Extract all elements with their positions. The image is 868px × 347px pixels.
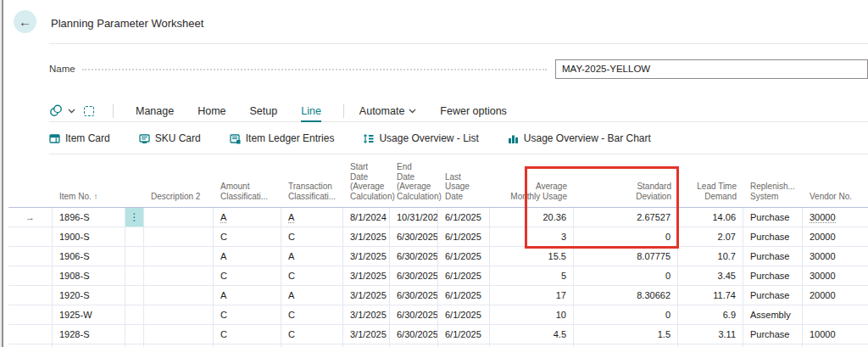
cell-last-usage-date[interactable]: 6/1/2025 xyxy=(438,325,490,344)
cell-last-usage-date[interactable]: 6/1/2025 xyxy=(438,286,490,305)
cell-average-monthly-usage[interactable]: 17 xyxy=(490,286,574,305)
cell-amount-classification[interactable]: C xyxy=(214,266,281,285)
cell-end-date[interactable]: 10/31/2025 xyxy=(390,208,438,227)
cell-start-date[interactable]: 3/1/2025 xyxy=(343,325,390,344)
cell-amount-classification[interactable]: A xyxy=(214,286,281,305)
action-usage-overview-list[interactable]: Usage Overview - List xyxy=(363,132,478,144)
cell-transaction-classification[interactable]: A xyxy=(281,286,343,305)
cell-amount-classification[interactable]: C xyxy=(214,227,281,246)
cell-average-monthly-usage[interactable]: 15.5 xyxy=(490,247,574,266)
cell-amount-classification[interactable]: C xyxy=(214,305,281,324)
cell-last-usage-date[interactable]: 6/1/2025 xyxy=(438,227,490,246)
header-vendor-no[interactable]: Vendor No. xyxy=(803,192,868,207)
cell-description-2[interactable] xyxy=(144,305,214,324)
cell-start-date[interactable]: 8/1/2024 xyxy=(343,208,390,227)
cell-start-date[interactable]: 3/1/2025 xyxy=(343,227,390,246)
header-last-usage-date[interactable]: Last Usage Date xyxy=(438,172,490,207)
cell-lead-time-demand[interactable]: 6.9 xyxy=(678,305,743,324)
row-menu-cell[interactable] xyxy=(125,247,144,266)
cell-last-usage-date[interactable]: 6/1/2025 xyxy=(438,247,490,266)
cell-average-monthly-usage[interactable]: 20.36 xyxy=(490,208,574,227)
cell-transaction-classification[interactable]: C xyxy=(281,325,343,344)
cell-transaction-classification[interactable]: A xyxy=(281,208,343,227)
fewer-options-button[interactable]: Fewer options xyxy=(440,105,507,117)
menu-home[interactable]: Home xyxy=(198,105,225,117)
cell-item-no[interactable]: 1920-S xyxy=(53,286,125,305)
cell-transaction-classification[interactable]: A xyxy=(281,247,343,266)
menu-manage[interactable]: Manage xyxy=(136,105,174,117)
cell-replenishment-system[interactable]: Purchase xyxy=(743,227,803,246)
header-item-no[interactable]: Item No. ↑ xyxy=(53,192,125,207)
cell-last-usage-date[interactable]: 6/1/2025 xyxy=(438,266,490,285)
header-replenishment-system[interactable]: Replenish... System xyxy=(743,182,803,207)
cell-end-date[interactable]: 6/30/2025 xyxy=(390,227,438,246)
cell-standard-deviation[interactable]: 0 xyxy=(574,266,678,285)
cell-replenishment-system[interactable]: Purchase xyxy=(743,325,803,344)
cell-lead-time-demand[interactable]: 14.06 xyxy=(678,208,743,227)
cell-vendor-no[interactable]: 30000 xyxy=(803,208,868,227)
cell-lead-time-demand[interactable]: 11.74 xyxy=(678,286,743,305)
cell-average-monthly-usage[interactable]: 4.5 xyxy=(490,325,574,344)
menu-automate[interactable]: Automate xyxy=(359,105,417,117)
table-row[interactable]: 1925-WCC3/1/20256/30/20256/1/20251006.9A… xyxy=(8,305,868,325)
cell-average-monthly-usage[interactable]: 10 xyxy=(490,305,574,324)
cell-amount-classification[interactable]: C xyxy=(214,325,281,344)
header-description-2[interactable]: Description 2 xyxy=(144,192,214,207)
table-row[interactable]: 1920-SAA3/1/20256/30/20256/1/2025178.306… xyxy=(8,286,868,305)
cell-standard-deviation[interactable]: 0 xyxy=(574,305,678,324)
row-menu-cell[interactable] xyxy=(125,227,144,246)
cell-item-no[interactable]: 1900-S xyxy=(53,227,125,246)
row-selector-cell[interactable]: → xyxy=(8,208,53,227)
cell-end-date[interactable]: 6/30/2025 xyxy=(390,266,438,285)
cell-transaction-classification[interactable]: C xyxy=(281,227,343,246)
menu-line[interactable]: Line xyxy=(301,105,321,117)
cell-average-monthly-usage[interactable]: 5 xyxy=(490,266,574,285)
cell-standard-deviation[interactable]: 0 xyxy=(574,227,678,246)
header-start-date[interactable]: Start Date (Average Calculation) xyxy=(343,162,390,207)
table-row[interactable]: →1896-S⋮AA8/1/202410/31/20256/1/202520.3… xyxy=(8,208,868,227)
header-lead-time-demand[interactable]: Lead Time Demand xyxy=(678,182,743,207)
cell-replenishment-system[interactable]: Purchase xyxy=(743,247,803,266)
cell-replenishment-system[interactable]: Purchase xyxy=(743,208,803,227)
cell-description-2[interactable] xyxy=(144,227,214,246)
row-selector-cell[interactable] xyxy=(8,227,53,246)
cell-end-date[interactable]: 6/30/2025 xyxy=(390,325,438,344)
row-selector-cell[interactable] xyxy=(8,266,53,285)
cell-start-date[interactable]: 3/1/2025 xyxy=(343,286,390,305)
cell-replenishment-system[interactable]: Purchase xyxy=(743,286,803,305)
cell-start-date[interactable]: 3/1/2025 xyxy=(343,247,390,266)
cell-item-no[interactable]: 1928-S xyxy=(53,325,125,344)
cell-standard-deviation[interactable]: 2.67527 xyxy=(574,208,678,227)
name-input[interactable] xyxy=(555,59,868,79)
table-row[interactable]: 1900-SCC3/1/20256/30/20256/1/2025302.07P… xyxy=(8,227,868,247)
cell-vendor-no[interactable]: 10000 xyxy=(803,325,868,344)
cell-amount-classification[interactable]: A xyxy=(214,247,281,266)
cell-vendor-no[interactable]: 30000 xyxy=(803,266,868,285)
cell-last-usage-date[interactable]: 6/1/2025 xyxy=(438,305,490,324)
cell-amount-classification[interactable]: A xyxy=(214,208,281,227)
cell-description-2[interactable] xyxy=(144,247,214,266)
cell-end-date[interactable]: 6/30/2025 xyxy=(390,286,438,305)
cell-end-date[interactable]: 6/30/2025 xyxy=(390,305,438,324)
cell-transaction-classification[interactable]: C xyxy=(281,266,343,285)
header-end-date[interactable]: End Date (Average Calculation) xyxy=(390,162,438,207)
header-transaction-classification[interactable]: Transaction Classificati... xyxy=(281,182,343,207)
cell-item-no[interactable]: 1906-S xyxy=(53,247,125,266)
row-selector-cell[interactable] xyxy=(8,305,53,324)
cell-lead-time-demand[interactable]: 10.7 xyxy=(678,247,743,266)
cell-end-date[interactable]: 6/30/2025 xyxy=(390,247,438,266)
cell-average-monthly-usage[interactable]: 3 xyxy=(490,227,574,246)
row-menu-cell[interactable] xyxy=(125,266,144,285)
header-standard-deviation[interactable]: Standard Deviation xyxy=(574,182,678,207)
menu-setup[interactable]: Setup xyxy=(250,105,278,117)
row-menu-cell[interactable] xyxy=(125,325,144,344)
cell-description-2[interactable] xyxy=(144,266,214,285)
action-item-card[interactable]: Item Card xyxy=(49,132,110,144)
cell-lead-time-demand[interactable]: 3.11 xyxy=(678,325,743,344)
row-menu-cell[interactable] xyxy=(125,305,144,324)
views-button[interactable] xyxy=(49,104,75,117)
row-menu-cell[interactable] xyxy=(125,286,144,305)
cell-replenishment-system[interactable]: Assembly xyxy=(743,305,803,324)
cell-start-date[interactable]: 3/1/2025 xyxy=(343,266,390,285)
table-row[interactable]: 1908-SCC3/1/20256/30/20256/1/2025503.45P… xyxy=(8,266,868,286)
